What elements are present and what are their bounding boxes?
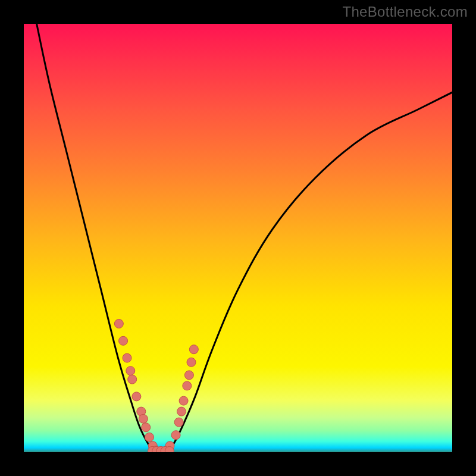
curve-right-branch bbox=[167, 92, 452, 452]
data-dot-right bbox=[174, 418, 183, 427]
data-dot-left bbox=[128, 375, 137, 384]
data-dot-right bbox=[184, 371, 193, 380]
data-dot-right bbox=[187, 358, 196, 367]
data-dot-right bbox=[179, 396, 188, 405]
data-dot-right bbox=[177, 407, 186, 416]
plot-area bbox=[24, 24, 452, 452]
watermark-text: TheBottleneck.com bbox=[342, 4, 468, 20]
data-dot-left bbox=[126, 367, 135, 375]
data-dot-left bbox=[123, 353, 131, 362]
data-dot-left bbox=[145, 433, 154, 441]
data-dot-right bbox=[189, 345, 198, 354]
data-dot-left bbox=[132, 392, 141, 401]
data-dot-left bbox=[114, 320, 123, 328]
chart-svg bbox=[24, 24, 452, 452]
curve-layer bbox=[37, 24, 452, 452]
data-dot-left bbox=[142, 423, 151, 432]
data-dot-right bbox=[171, 431, 180, 440]
chart-frame: TheBottleneck.com bbox=[0, 0, 476, 476]
data-dot-left bbox=[119, 336, 128, 345]
curve-left-branch bbox=[37, 24, 155, 452]
data-dot-right bbox=[183, 381, 192, 390]
data-dot-left bbox=[139, 414, 148, 423]
